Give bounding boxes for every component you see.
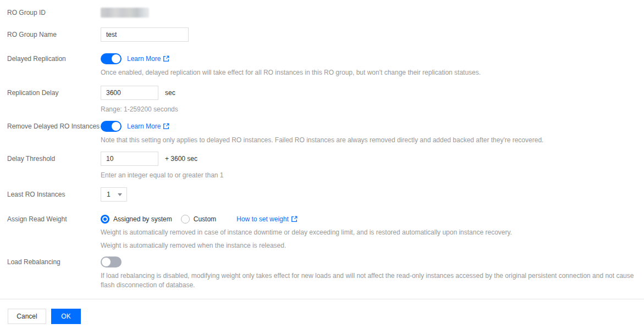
radio-icon <box>181 215 190 224</box>
external-link-icon <box>291 216 298 222</box>
least-ro-instances-selected-value: 1 <box>107 191 118 198</box>
row-remove-delayed-ro-instances: Remove Delayed RO Instances Learn More N… <box>0 121 644 145</box>
least-ro-instances-select[interactable]: 1 <box>101 187 127 202</box>
delayed-replication-toggle[interactable] <box>101 53 122 64</box>
radio-custom[interactable]: Custom <box>181 215 216 224</box>
learn-more-label: Learn More <box>127 122 161 130</box>
replication-delay-label: Replication Delay <box>7 86 101 100</box>
radio-custom-label: Custom <box>194 215 216 223</box>
remove-delayed-ro-instances-toggle[interactable] <box>101 121 122 132</box>
remove-delayed-ro-instances-description: Note that this setting only applies to d… <box>101 136 636 145</box>
assign-read-weight-description-2: Weight is automatically removed when the… <box>101 241 636 250</box>
assign-read-weight-descriptions: Weight is automatically removed in case … <box>101 228 636 250</box>
replication-delay-input[interactable] <box>101 86 158 100</box>
chevron-down-icon <box>118 193 122 196</box>
replication-delay-hint: Range: 1-259200 seconds <box>101 105 636 114</box>
assign-read-weight-description-1: Weight is automatically removed in case … <box>101 228 636 237</box>
row-delay-threshold: Delay Threshold + 3600 sec Enter an inte… <box>0 152 644 180</box>
load-rebalancing-toggle[interactable] <box>101 256 122 267</box>
row-ro-group-id: RO Group ID <box>0 8 644 18</box>
delay-threshold-label: Delay Threshold <box>7 152 101 166</box>
least-ro-instances-label: Least RO Instances <box>7 187 101 202</box>
row-ro-group-name: RO Group Name <box>0 27 644 42</box>
delayed-replication-learn-more-link[interactable]: Learn More <box>127 55 169 63</box>
delay-threshold-hint: Enter an integer equal to or greater tha… <box>101 171 636 180</box>
row-assign-read-weight: Assign Read Weight Assigned by system Cu… <box>0 215 644 250</box>
row-load-rebalancing: Load Rebalancing If load rebalancing is … <box>0 256 644 290</box>
ro-group-id-label: RO Group ID <box>7 8 101 18</box>
load-rebalancing-label: Load Rebalancing <box>7 256 101 267</box>
radio-assigned-by-system-label: Assigned by system <box>113 215 172 223</box>
ro-group-settings-form: RO Group ID RO Group Name Delayed Replic… <box>0 0 644 324</box>
delay-threshold-suffix: + 3600 sec <box>165 155 197 163</box>
delay-threshold-input[interactable] <box>101 152 158 166</box>
external-link-icon <box>163 123 169 130</box>
remove-delayed-ro-instances-label: Remove Delayed RO Instances <box>7 121 101 132</box>
remove-delayed-ro-instances-learn-more-link[interactable]: Learn More <box>127 122 169 130</box>
replication-delay-unit: sec <box>165 89 175 97</box>
how-to-set-weight-link[interactable]: How to set weight <box>236 215 298 223</box>
row-delayed-replication: Delayed Replication Learn More Once enab… <box>0 53 644 77</box>
row-replication-delay: Replication Delay sec Range: 1-259200 se… <box>0 86 644 114</box>
ro-group-name-label: RO Group Name <box>7 27 101 42</box>
row-least-ro-instances: Least RO Instances 1 <box>0 187 644 202</box>
form-footer: Cancel OK <box>0 309 644 324</box>
radio-icon <box>101 215 109 224</box>
assign-read-weight-label: Assign Read Weight <box>7 215 101 224</box>
cancel-button[interactable]: Cancel <box>8 309 46 324</box>
how-to-set-weight-label: How to set weight <box>236 215 289 223</box>
ro-group-id-value-redacted <box>101 8 149 18</box>
radio-assigned-by-system[interactable]: Assigned by system <box>101 215 172 224</box>
load-rebalancing-description: If load rebalancing is disabled, modifyi… <box>101 271 636 290</box>
ok-button[interactable]: OK <box>51 309 81 324</box>
external-link-icon <box>163 55 169 62</box>
delayed-replication-description: Once enabled, delayed replication will t… <box>101 68 636 77</box>
learn-more-label: Learn More <box>127 55 161 63</box>
delayed-replication-label: Delayed Replication <box>7 53 101 64</box>
footer-divider <box>0 299 644 299</box>
ro-group-name-input[interactable] <box>101 27 189 42</box>
